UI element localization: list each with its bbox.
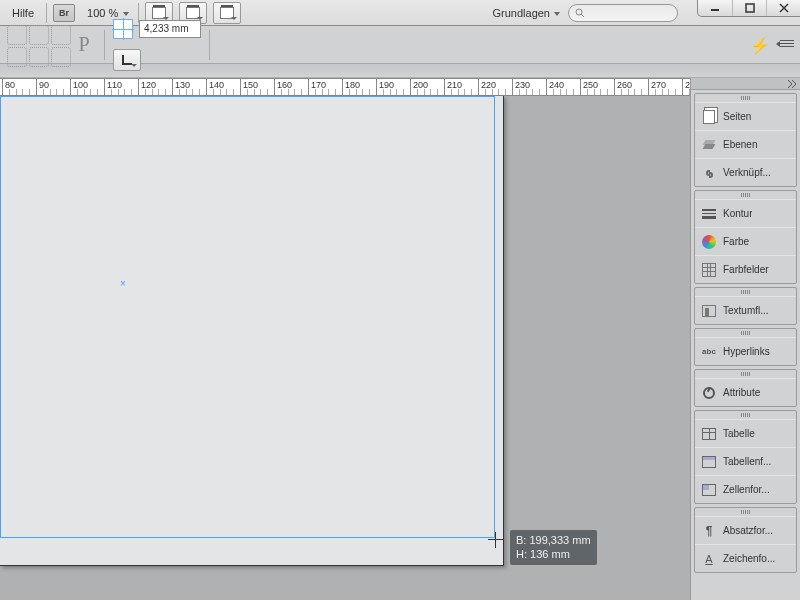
minimize-button[interactable] (698, 0, 732, 16)
selection-rectangle (0, 96, 495, 538)
selection-origin-marker: × (120, 278, 126, 289)
panel-item-label: Farbfelder (723, 264, 769, 275)
panel-item-swatch[interactable]: Farbe (695, 227, 796, 255)
svg-rect-1 (746, 4, 754, 12)
panel-item-stroke[interactable]: Kontur (695, 199, 796, 227)
swatch-icon (701, 234, 717, 250)
panel-group: abcHyperlinks (694, 328, 797, 366)
abc-icon: abc (701, 344, 717, 360)
panel-grip[interactable] (695, 508, 796, 516)
panel-item-attr[interactable]: Attribute (695, 378, 796, 406)
attr-icon (701, 385, 717, 401)
panel-item-label: Tabelle (723, 428, 755, 439)
panel-group: ¶Absatzfor...AZeichenfo... (694, 507, 797, 573)
panel-item-label: Hyperlinks (723, 346, 770, 357)
panel-item-abc[interactable]: abcHyperlinks (695, 337, 796, 365)
panel-item-label: Zeichenfo... (723, 553, 775, 564)
paragraph-glyph-icon: P (72, 31, 96, 59)
workspace-dropdown[interactable]: Grundlagen (487, 5, 563, 21)
anchor-point-grid[interactable] (6, 24, 70, 66)
separator (209, 30, 210, 60)
panel-grip[interactable] (695, 329, 796, 337)
layers-icon (701, 137, 717, 153)
document-page[interactable]: × (0, 96, 504, 566)
table-icon (701, 426, 717, 442)
panel-item-label: Attribute (723, 387, 760, 398)
panel-item-label: Verknüpf... (723, 167, 771, 178)
frame-icon (113, 19, 133, 39)
close-button[interactable] (766, 0, 800, 16)
panel-grip[interactable] (695, 370, 796, 378)
width-field[interactable]: 4,233 mm (139, 20, 201, 38)
panel-grip[interactable] (695, 288, 796, 296)
pages-icon (701, 109, 717, 125)
panel-column: SeitenEbenenVerknüpf...KonturFarbeFarbfe… (690, 78, 800, 600)
panel-group: SeitenEbenenVerknüpf... (694, 93, 797, 187)
search-icon (575, 8, 585, 18)
canvas-area[interactable]: × B: 199,333 mm H: 136 mm (0, 96, 690, 600)
panel-group: Textumfl... (694, 287, 797, 325)
window-controls (697, 0, 800, 17)
search-input[interactable] (568, 4, 678, 22)
quick-apply-icon[interactable]: ⚡ (750, 36, 770, 55)
panel-grip[interactable] (695, 411, 796, 419)
corner-shape-dropdown[interactable] (113, 49, 141, 71)
horizontal-ruler[interactable]: 8090100110120130140150160170180190200210… (0, 78, 690, 96)
panel-item-para[interactable]: ¶Absatzfor... (695, 516, 796, 544)
panel-item-label: Farbe (723, 236, 749, 247)
panel-item-label: Ebenen (723, 139, 757, 150)
panel-item-label: Tabellenf... (723, 456, 771, 467)
panel-item-label: Zellenfor... (723, 484, 770, 495)
crosshair-cursor (488, 532, 504, 548)
collapse-panels-button[interactable] (691, 78, 800, 90)
bridge-button[interactable]: Br (53, 4, 75, 22)
links-icon (701, 165, 717, 181)
panel-item-layers[interactable]: Ebenen (695, 130, 796, 158)
panel-item-grid[interactable]: Farbfelder (695, 255, 796, 283)
arrange-button[interactable] (213, 2, 241, 24)
panel-group: KonturFarbeFarbfelder (694, 190, 797, 284)
panel-menu-icon[interactable] (780, 38, 794, 50)
panel-item-table[interactable]: Tabelle (695, 419, 796, 447)
panel-group: TabelleTabellenf...Zellenfor... (694, 410, 797, 504)
tablefmt-icon (701, 454, 717, 470)
cellfmt-icon (701, 482, 717, 498)
panel-item-label: Seiten (723, 111, 751, 122)
para-icon: ¶ (701, 523, 717, 539)
maximize-button[interactable] (732, 0, 766, 16)
separator (104, 30, 105, 60)
panel-item-cellfmt[interactable]: Zellenfor... (695, 475, 796, 503)
panel-grip[interactable] (695, 191, 796, 199)
control-bar: P 4,233 mm ⚡ (0, 26, 800, 64)
panel-item-label: Textumfl... (723, 305, 769, 316)
panel-item-tablefmt[interactable]: Tabellenf... (695, 447, 796, 475)
panel-item-links[interactable]: Verknüpf... (695, 158, 796, 186)
panel-item-pages[interactable]: Seiten (695, 102, 796, 130)
panel-item-label: Absatzfor... (723, 525, 773, 536)
svg-line-5 (581, 14, 584, 17)
measurement-tooltip: B: 199,333 mm H: 136 mm (510, 530, 597, 565)
panel-item-wrap[interactable]: Textumfl... (695, 296, 796, 324)
panel-grip[interactable] (695, 94, 796, 102)
panel-item-char[interactable]: AZeichenfo... (695, 544, 796, 572)
stroke-icon (701, 206, 717, 222)
grid-icon (701, 262, 717, 278)
menu-help[interactable]: Hilfe (6, 4, 40, 22)
char-icon: A (701, 551, 717, 567)
panel-group: Attribute (694, 369, 797, 407)
separator (46, 3, 47, 23)
wrap-icon (701, 303, 717, 319)
panel-item-label: Kontur (723, 208, 752, 219)
